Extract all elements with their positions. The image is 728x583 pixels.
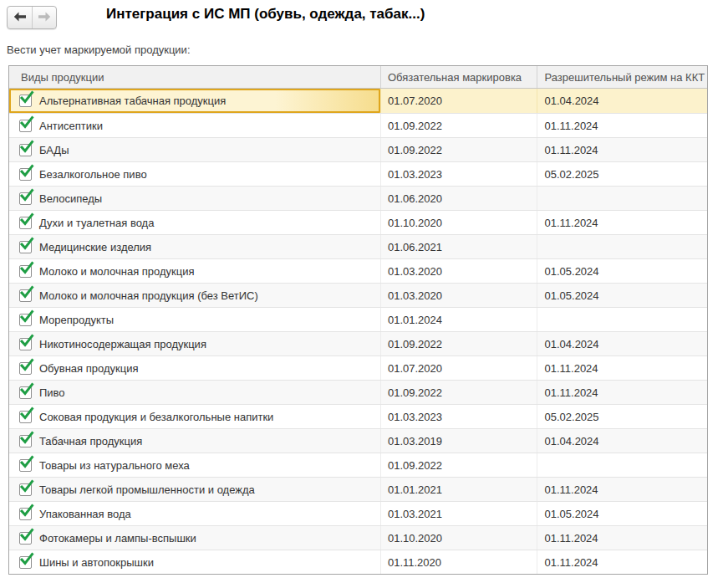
product-name-cell[interactable]: Морепродукты — [9, 308, 380, 331]
mandatory-marking-cell[interactable]: 01.01.2021 — [380, 478, 537, 501]
mandatory-marking-cell[interactable]: 01.07.2020 — [380, 356, 537, 380]
checked-checkbox[interactable] — [19, 556, 32, 569]
checked-checkbox[interactable] — [19, 532, 32, 545]
table-row[interactable]: Табачная продукция 01.03.2019 01.04.2024 — [9, 428, 707, 453]
table-row[interactable]: Молоко и молочная продукция (без ВетИС) … — [9, 283, 707, 307]
mandatory-marking-cell[interactable]: 01.03.2019 — [380, 429, 537, 453]
table-row[interactable]: Соковая продукция и безалкогольные напит… — [9, 404, 707, 428]
table-row[interactable]: Антисептики 01.09.2022 01.11.2024 — [9, 113, 707, 137]
mandatory-marking-cell[interactable]: 01.03.2021 — [380, 502, 537, 525]
column-header-product-types[interactable]: Виды продукции — [9, 66, 380, 88]
table-row[interactable]: Шины и автопокрышки 01.11.2020 01.11.202… — [9, 550, 707, 574]
mandatory-marking-cell[interactable]: 01.07.2020 — [380, 89, 537, 113]
column-header-mandatory-marking[interactable]: Обязательная маркировка — [380, 66, 537, 88]
product-name-cell[interactable]: Соковая продукция и безалкогольные напит… — [9, 405, 380, 428]
product-name-cell[interactable]: Упакованная вода — [9, 502, 380, 525]
kkt-permission-cell[interactable]: 01.04.2024 — [537, 89, 707, 113]
product-name-cell[interactable]: БАДы — [9, 138, 380, 161]
kkt-permission-cell[interactable]: 01.11.2024 — [537, 138, 707, 161]
column-header-kkt-permission[interactable]: Разрешительный режим на ККТ — [537, 66, 707, 88]
mandatory-marking-cell[interactable]: 01.06.2020 — [380, 187, 537, 210]
kkt-permission-cell[interactable]: 01.05.2024 — [537, 284, 707, 307]
mandatory-marking-cell[interactable]: 01.03.2020 — [380, 259, 537, 283]
product-name-cell[interactable]: Молоко и молочная продукция (без ВетИС) — [9, 284, 380, 307]
mandatory-marking-cell[interactable]: 01.10.2020 — [380, 211, 537, 234]
checked-checkbox[interactable] — [19, 483, 32, 496]
table-row[interactable]: Товары легкой промышленности и одежда 01… — [9, 477, 707, 501]
kkt-permission-cell[interactable]: 01.11.2024 — [537, 114, 707, 137]
mandatory-marking-cell[interactable]: 01.09.2022 — [380, 114, 537, 137]
checked-checkbox[interactable] — [19, 314, 32, 326]
table-row[interactable]: Медицинские изделия 01.06.2021 — [9, 234, 707, 258]
kkt-permission-cell[interactable]: 01.04.2024 — [537, 429, 707, 453]
checked-checkbox[interactable] — [19, 435, 32, 447]
checked-checkbox[interactable] — [19, 217, 32, 229]
kkt-permission-cell[interactable] — [537, 187, 707, 210]
table-row[interactable]: Молоко и молочная продукция 01.03.2020 0… — [9, 258, 707, 283]
product-name-cell[interactable]: Молоко и молочная продукция — [9, 259, 380, 283]
mandatory-marking-cell[interactable]: 01.03.2023 — [380, 405, 537, 428]
mandatory-marking-cell[interactable]: 01.06.2021 — [380, 235, 537, 258]
mandatory-marking-cell[interactable]: 01.09.2022 — [380, 332, 537, 355]
table-row[interactable]: Альтернативная табачная продукция 01.07.… — [9, 89, 707, 113]
checked-checkbox[interactable] — [19, 241, 32, 253]
checked-checkbox[interactable] — [19, 508, 32, 520]
table-row[interactable]: Безалкогольное пиво 01.03.2023 05.02.202… — [9, 161, 707, 186]
product-name-cell[interactable]: Пиво — [9, 381, 380, 404]
kkt-permission-cell[interactable]: 01.11.2024 — [537, 478, 707, 501]
checked-checkbox[interactable] — [19, 265, 32, 278]
product-name-cell[interactable]: Товары легкой промышленности и одежда — [9, 478, 380, 501]
kkt-permission-cell[interactable] — [537, 235, 707, 258]
checked-checkbox[interactable] — [19, 459, 32, 472]
kkt-permission-cell[interactable]: 01.04.2024 — [537, 332, 707, 355]
product-name-cell[interactable]: Велосипеды — [9, 187, 380, 210]
kkt-permission-cell[interactable] — [537, 308, 707, 331]
product-name-cell[interactable]: Табачная продукция — [9, 429, 380, 453]
table-row[interactable]: Фотокамеры и лампы-вспышки 01.10.2020 01… — [9, 525, 707, 550]
table-row[interactable]: Духи и туалетная вода 01.10.2020 01.11.2… — [9, 210, 707, 234]
forward-button[interactable] — [32, 7, 56, 28]
product-name-cell[interactable]: Медицинские изделия — [9, 235, 380, 258]
mandatory-marking-cell[interactable]: 01.09.2022 — [380, 138, 537, 161]
checked-checkbox[interactable] — [19, 289, 32, 302]
kkt-permission-cell[interactable]: 01.11.2024 — [537, 211, 707, 234]
mandatory-marking-cell[interactable]: 01.11.2020 — [380, 550, 537, 574]
kkt-permission-cell[interactable]: 01.11.2024 — [537, 381, 707, 404]
checked-checkbox[interactable] — [19, 144, 32, 156]
product-name-cell[interactable]: Безалкогольное пиво — [9, 162, 380, 186]
table-row[interactable]: Упакованная вода 01.03.2021 01.05.2024 — [9, 501, 707, 525]
product-name-cell[interactable]: Обувная продукция — [9, 356, 380, 380]
checked-checkbox[interactable] — [19, 120, 32, 132]
checked-checkbox[interactable] — [19, 168, 32, 181]
checked-checkbox[interactable] — [19, 338, 32, 350]
product-name-cell[interactable]: Товары из натурального меха — [9, 453, 380, 477]
kkt-permission-cell[interactable]: 05.02.2025 — [537, 162, 707, 186]
product-name-cell[interactable]: Альтернативная табачная продукция — [9, 89, 380, 113]
product-name-cell[interactable]: Шины и автопокрышки — [9, 550, 380, 574]
checked-checkbox[interactable] — [19, 192, 32, 205]
checked-checkbox[interactable] — [19, 386, 32, 399]
mandatory-marking-cell[interactable]: 01.03.2020 — [380, 284, 537, 307]
product-name-cell[interactable]: Духи и туалетная вода — [9, 211, 380, 234]
kkt-permission-cell[interactable] — [537, 453, 707, 477]
table-row[interactable]: Пиво 01.09.2022 01.11.2024 — [9, 380, 707, 404]
kkt-permission-cell[interactable]: 05.02.2025 — [537, 405, 707, 428]
checked-checkbox[interactable] — [19, 362, 32, 375]
table-row[interactable]: Никотиносодержащая продукция 01.09.2022 … — [9, 331, 707, 355]
checked-checkbox[interactable] — [19, 411, 32, 423]
kkt-permission-cell[interactable]: 01.11.2024 — [537, 526, 707, 550]
table-row[interactable]: Обувная продукция 01.07.2020 01.11.2024 — [9, 355, 707, 380]
mandatory-marking-cell[interactable]: 01.09.2022 — [380, 381, 537, 404]
table-row[interactable]: Морепродукты 01.01.2024 — [9, 307, 707, 331]
kkt-permission-cell[interactable]: 01.11.2024 — [537, 550, 707, 574]
checked-checkbox[interactable] — [19, 95, 32, 107]
mandatory-marking-cell[interactable]: 01.09.2022 — [380, 453, 537, 477]
table-row[interactable]: Товары из натурального меха 01.09.2022 — [9, 453, 707, 477]
mandatory-marking-cell[interactable]: 01.10.2020 — [380, 526, 537, 550]
table-row[interactable]: БАДы 01.09.2022 01.11.2024 — [9, 137, 707, 161]
kkt-permission-cell[interactable]: 01.11.2024 — [537, 356, 707, 380]
product-name-cell[interactable]: Фотокамеры и лампы-вспышки — [9, 526, 380, 550]
mandatory-marking-cell[interactable]: 01.03.2023 — [380, 162, 537, 186]
kkt-permission-cell[interactable]: 01.05.2024 — [537, 502, 707, 525]
product-name-cell[interactable]: Никотиносодержащая продукция — [9, 332, 380, 355]
